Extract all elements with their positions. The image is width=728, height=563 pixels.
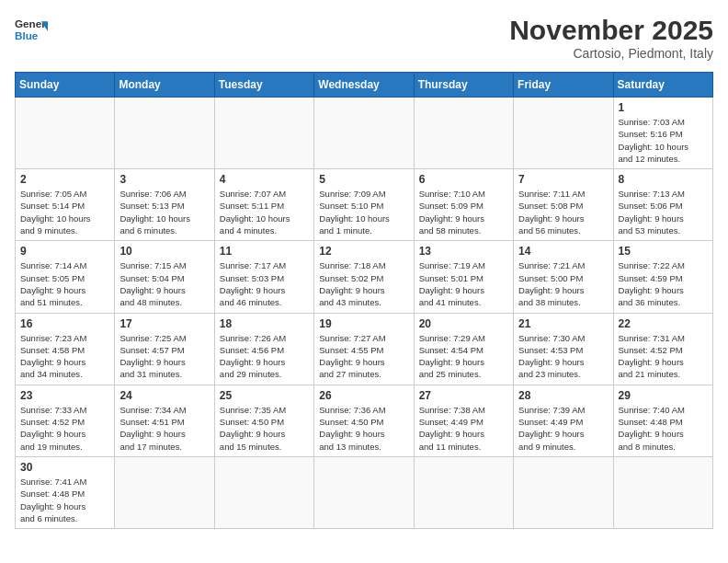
location-subtitle: Cartosio, Piedmont, Italy bbox=[509, 46, 713, 61]
calendar-cell: 18Sunrise: 7:26 AM Sunset: 4:56 PM Dayli… bbox=[214, 313, 313, 385]
day-info: Sunrise: 7:26 AM Sunset: 4:56 PM Dayligh… bbox=[220, 332, 309, 381]
calendar-cell bbox=[314, 456, 414, 528]
calendar-cell: 1Sunrise: 7:03 AM Sunset: 5:16 PM Daylig… bbox=[613, 98, 712, 169]
calendar-cell: 30Sunrise: 7:41 AM Sunset: 4:48 PM Dayli… bbox=[16, 456, 115, 528]
day-info: Sunrise: 7:07 AM Sunset: 5:11 PM Dayligh… bbox=[220, 188, 309, 236]
day-number: 7 bbox=[518, 173, 608, 186]
day-info: Sunrise: 7:23 AM Sunset: 4:58 PM Dayligh… bbox=[20, 332, 109, 381]
day-info: Sunrise: 7:30 AM Sunset: 4:53 PM Dayligh… bbox=[518, 332, 608, 381]
calendar-cell: 9Sunrise: 7:14 AM Sunset: 5:05 PM Daylig… bbox=[16, 241, 115, 313]
calendar-cell: 8Sunrise: 7:13 AM Sunset: 5:06 PM Daylig… bbox=[613, 169, 712, 241]
day-number: 21 bbox=[518, 317, 608, 330]
day-info: Sunrise: 7:06 AM Sunset: 5:13 PM Dayligh… bbox=[119, 188, 209, 236]
day-info: Sunrise: 7:10 AM Sunset: 5:09 PM Dayligh… bbox=[419, 188, 508, 236]
day-number: 10 bbox=[119, 245, 209, 258]
calendar-week-row: 9Sunrise: 7:14 AM Sunset: 5:05 PM Daylig… bbox=[16, 241, 713, 313]
calendar-cell bbox=[16, 98, 115, 169]
calendar-cell: 20Sunrise: 7:29 AM Sunset: 4:54 PM Dayli… bbox=[414, 313, 513, 385]
day-number: 29 bbox=[619, 389, 708, 402]
day-number: 24 bbox=[119, 389, 209, 402]
day-number: 12 bbox=[319, 245, 408, 258]
calendar-cell: 25Sunrise: 7:35 AM Sunset: 4:50 PM Dayli… bbox=[214, 385, 313, 456]
day-of-week-header: Friday bbox=[514, 73, 613, 98]
day-info: Sunrise: 7:19 AM Sunset: 5:01 PM Dayligh… bbox=[419, 259, 508, 308]
calendar-week-row: 1Sunrise: 7:03 AM Sunset: 5:16 PM Daylig… bbox=[16, 98, 713, 169]
day-info: Sunrise: 7:38 AM Sunset: 4:49 PM Dayligh… bbox=[419, 404, 508, 453]
day-info: Sunrise: 7:05 AM Sunset: 5:14 PM Dayligh… bbox=[20, 188, 109, 236]
day-info: Sunrise: 7:27 AM Sunset: 4:55 PM Dayligh… bbox=[319, 332, 408, 381]
day-number: 17 bbox=[119, 317, 209, 330]
day-info: Sunrise: 7:35 AM Sunset: 4:50 PM Dayligh… bbox=[220, 404, 309, 453]
calendar-cell: 4Sunrise: 7:07 AM Sunset: 5:11 PM Daylig… bbox=[214, 169, 313, 241]
calendar-cell: 3Sunrise: 7:06 AM Sunset: 5:13 PM Daylig… bbox=[115, 169, 214, 241]
day-number: 15 bbox=[619, 245, 708, 258]
day-of-week-header: Tuesday bbox=[214, 73, 313, 98]
calendar-week-row: 23Sunrise: 7:33 AM Sunset: 4:52 PM Dayli… bbox=[16, 385, 713, 456]
day-info: Sunrise: 7:09 AM Sunset: 5:10 PM Dayligh… bbox=[319, 188, 408, 236]
day-number: 19 bbox=[319, 317, 408, 330]
day-number: 20 bbox=[419, 317, 508, 330]
calendar-cell bbox=[514, 98, 613, 169]
day-info: Sunrise: 7:33 AM Sunset: 4:52 PM Dayligh… bbox=[20, 404, 109, 453]
day-of-week-header: Thursday bbox=[414, 73, 513, 98]
day-of-week-header: Saturday bbox=[613, 73, 712, 98]
calendar-cell bbox=[613, 456, 712, 528]
day-number: 30 bbox=[20, 461, 109, 474]
day-number: 16 bbox=[20, 317, 109, 330]
day-info: Sunrise: 7:31 AM Sunset: 4:52 PM Dayligh… bbox=[619, 332, 708, 381]
day-info: Sunrise: 7:21 AM Sunset: 5:00 PM Dayligh… bbox=[518, 259, 608, 308]
page-header: General Blue November 2025 Cartosio, Pie… bbox=[15, 15, 713, 61]
calendar-cell bbox=[414, 98, 513, 169]
calendar-cell: 17Sunrise: 7:25 AM Sunset: 4:57 PM Dayli… bbox=[115, 313, 214, 385]
day-number: 9 bbox=[20, 245, 109, 258]
day-number: 25 bbox=[220, 389, 309, 402]
calendar-cell: 11Sunrise: 7:17 AM Sunset: 5:03 PM Dayli… bbox=[214, 241, 313, 313]
svg-text:Blue: Blue bbox=[15, 29, 39, 41]
calendar-cell: 23Sunrise: 7:33 AM Sunset: 4:52 PM Dayli… bbox=[16, 385, 115, 456]
calendar-cell bbox=[115, 456, 214, 528]
calendar-cell: 24Sunrise: 7:34 AM Sunset: 4:51 PM Dayli… bbox=[115, 385, 214, 456]
calendar-cell: 12Sunrise: 7:18 AM Sunset: 5:02 PM Dayli… bbox=[314, 241, 414, 313]
day-info: Sunrise: 7:11 AM Sunset: 5:08 PM Dayligh… bbox=[518, 188, 608, 236]
calendar-cell: 21Sunrise: 7:30 AM Sunset: 4:53 PM Dayli… bbox=[514, 313, 613, 385]
title-block: November 2025 Cartosio, Piedmont, Italy bbox=[509, 15, 713, 61]
day-number: 5 bbox=[319, 173, 408, 186]
day-number: 23 bbox=[20, 389, 109, 402]
day-info: Sunrise: 7:29 AM Sunset: 4:54 PM Dayligh… bbox=[419, 332, 508, 381]
day-number: 26 bbox=[319, 389, 408, 402]
svg-text:General: General bbox=[15, 17, 48, 29]
day-info: Sunrise: 7:14 AM Sunset: 5:05 PM Dayligh… bbox=[20, 259, 109, 308]
day-number: 11 bbox=[220, 245, 309, 258]
day-number: 8 bbox=[619, 173, 708, 186]
calendar-cell bbox=[115, 98, 214, 169]
calendar-cell: 10Sunrise: 7:15 AM Sunset: 5:04 PM Dayli… bbox=[115, 241, 214, 313]
day-info: Sunrise: 7:18 AM Sunset: 5:02 PM Dayligh… bbox=[319, 259, 408, 308]
day-info: Sunrise: 7:03 AM Sunset: 5:16 PM Dayligh… bbox=[619, 116, 708, 165]
calendar-week-row: 30Sunrise: 7:41 AM Sunset: 4:48 PM Dayli… bbox=[16, 456, 713, 528]
logo-icon: General Blue bbox=[15, 15, 48, 48]
day-of-week-header: Monday bbox=[115, 73, 214, 98]
calendar-cell bbox=[514, 456, 613, 528]
calendar-cell bbox=[214, 98, 313, 169]
calendar-cell: 15Sunrise: 7:22 AM Sunset: 4:59 PM Dayli… bbox=[613, 241, 712, 313]
calendar-cell: 16Sunrise: 7:23 AM Sunset: 4:58 PM Dayli… bbox=[16, 313, 115, 385]
day-info: Sunrise: 7:40 AM Sunset: 4:48 PM Dayligh… bbox=[619, 404, 708, 453]
calendar-cell: 19Sunrise: 7:27 AM Sunset: 4:55 PM Dayli… bbox=[314, 313, 414, 385]
calendar-cell: 7Sunrise: 7:11 AM Sunset: 5:08 PM Daylig… bbox=[514, 169, 613, 241]
day-of-week-header: Sunday bbox=[16, 73, 115, 98]
day-number: 1 bbox=[619, 101, 708, 114]
logo: General Blue bbox=[15, 15, 48, 48]
month-year-title: November 2025 bbox=[509, 15, 713, 46]
calendar-cell: 14Sunrise: 7:21 AM Sunset: 5:00 PM Dayli… bbox=[514, 241, 613, 313]
day-info: Sunrise: 7:17 AM Sunset: 5:03 PM Dayligh… bbox=[220, 259, 309, 308]
day-number: 18 bbox=[220, 317, 309, 330]
day-of-week-header: Wednesday bbox=[314, 73, 414, 98]
day-number: 28 bbox=[518, 389, 608, 402]
calendar-cell bbox=[314, 98, 414, 169]
calendar-cell bbox=[214, 456, 313, 528]
day-number: 6 bbox=[419, 173, 508, 186]
day-info: Sunrise: 7:15 AM Sunset: 5:04 PM Dayligh… bbox=[119, 259, 209, 308]
day-info: Sunrise: 7:22 AM Sunset: 4:59 PM Dayligh… bbox=[619, 259, 708, 308]
calendar-cell bbox=[414, 456, 513, 528]
calendar-cell: 29Sunrise: 7:40 AM Sunset: 4:48 PM Dayli… bbox=[613, 385, 712, 456]
